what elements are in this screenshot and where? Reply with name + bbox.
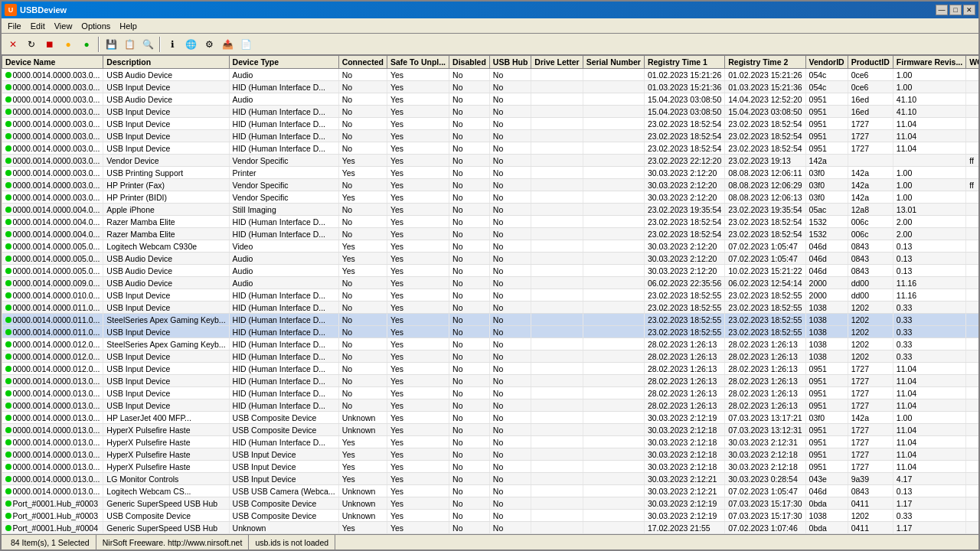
- table-row[interactable]: 0000.0014.0000.013.0...USB Input DeviceH…: [2, 375, 979, 387]
- cell-name: 0000.0014.0000.013.0...: [2, 412, 103, 424]
- table-row[interactable]: 0000.0014.0000.011.0...USB Input DeviceH…: [2, 326, 979, 338]
- cell-name: 0000.0014.0000.003.0...: [2, 118, 103, 130]
- cell-fw: 2.00: [893, 228, 965, 240]
- maximize-button[interactable]: □: [949, 5, 962, 15]
- table-row[interactable]: 0000.0014.0000.012.0...SteelSeries Apex …: [2, 338, 979, 350]
- toolbar-btn-props[interactable]: 📄: [237, 36, 254, 53]
- table-row[interactable]: 0000.0014.0000.009.0...USB Audio DeviceA…: [2, 277, 979, 289]
- minimize-button[interactable]: —: [936, 5, 948, 15]
- table-row[interactable]: 0000.0014.0000.012.0...USB Input DeviceH…: [2, 350, 979, 363]
- toolbar-btn-x[interactable]: ✕: [5, 36, 21, 53]
- col-header-connected[interactable]: Connected: [338, 56, 387, 69]
- menu-view[interactable]: View: [50, 20, 77, 32]
- close-button[interactable]: ✕: [963, 5, 975, 15]
- cell-hub: No: [489, 191, 531, 204]
- table-row[interactable]: 0000.0014.0000.003.0...USB Audio DeviceA…: [2, 93, 979, 106]
- table-row[interactable]: 0000.0014.0000.005.0...Logitech Webcam C…: [2, 240, 979, 253]
- col-header-device-type[interactable]: Device Type: [229, 56, 338, 69]
- table-row[interactable]: 0000.0014.0000.003.0...USB Input DeviceH…: [2, 142, 979, 155]
- menu-file[interactable]: File: [3, 20, 26, 32]
- col-header-productid[interactable]: ProductID: [848, 56, 893, 69]
- col-header-drive-letter[interactable]: Drive Letter: [531, 56, 583, 69]
- table-row[interactable]: 0000.0014.0000.003.0...HP Printer (Fax)V…: [2, 179, 979, 191]
- menu-edit[interactable]: Edit: [26, 20, 50, 32]
- col-header-vendorid[interactable]: VendorID: [805, 56, 848, 69]
- table-row[interactable]: Port_#0001.Hub_#0004Generic SuperSpeed U…: [2, 522, 979, 534]
- col-header-wcid[interactable]: WCID: [966, 56, 978, 69]
- table-row[interactable]: 0000.0014.0000.004.0...Razer Mamba Elite…: [2, 216, 979, 228]
- toolbar-btn-stop[interactable]: ⏹: [41, 36, 58, 53]
- toolbar-btn-web[interactable]: 🌐: [182, 36, 199, 53]
- table-wrapper[interactable]: Device NameDescriptionDevice TypeConnect…: [2, 55, 978, 534]
- col-header-device-name[interactable]: Device Name: [2, 56, 103, 69]
- table-row[interactable]: 0000.0014.0000.005.0...USB Audio DeviceA…: [2, 253, 979, 265]
- table-row[interactable]: 0000.0014.0000.005.0...USB Audio DeviceA…: [2, 265, 979, 277]
- cell-conn: Unknown: [338, 412, 387, 424]
- cell-name: 0000.0014.0000.011.0...: [2, 302, 103, 314]
- table-row[interactable]: 0000.0014.0000.013.0...USB Input DeviceH…: [2, 387, 979, 399]
- toolbar-btn-find[interactable]: 🔍: [139, 36, 156, 53]
- table-row[interactable]: 0000.0014.0000.003.0...USB Input DeviceH…: [2, 81, 979, 93]
- table-row[interactable]: 0000.0014.0000.013.0...LG Monitor Contro…: [2, 473, 979, 485]
- cell-pid: 006c: [848, 228, 893, 240]
- table-row[interactable]: 0000.0014.0000.013.0...HP LaserJet 400 M…: [2, 412, 979, 424]
- toolbar-btn-save[interactable]: 💾: [103, 36, 119, 53]
- table-row[interactable]: 0000.0014.0000.013.0...HyperX Pulsefire …: [2, 436, 979, 448]
- table-row[interactable]: 0000.0014.0000.003.0...USB Printing Supp…: [2, 167, 979, 179]
- table-row[interactable]: 0000.0014.0000.003.0...USB Audio DeviceA…: [2, 69, 979, 81]
- toolbar-btn-settings[interactable]: ⚙: [201, 36, 217, 53]
- cell-sn: [583, 155, 644, 167]
- toolbar-btn-green[interactable]: ●: [78, 36, 95, 53]
- cell-safe: Yes: [387, 534, 449, 535]
- cell-sn: [583, 69, 644, 81]
- toolbar-btn-export[interactable]: 📤: [219, 36, 236, 53]
- col-header-usb-hub[interactable]: USB Hub: [489, 56, 531, 69]
- table-row[interactable]: 0000.0014.0000.013.0...USB Input DeviceH…: [2, 399, 979, 412]
- col-header-description[interactable]: Description: [103, 56, 229, 69]
- cell-pid: 1727: [848, 436, 893, 448]
- col-header-disabled[interactable]: Disabled: [449, 56, 490, 69]
- table-row[interactable]: 0000.0014.0000.011.0...SteelSeries Apex …: [2, 314, 979, 326]
- toolbar-btn-copy[interactable]: 📋: [121, 36, 138, 53]
- table-row[interactable]: 0000.0014.0000.004.0...Razer Mamba Elite…: [2, 228, 979, 240]
- col-header-registry-time-2[interactable]: Registry Time 2: [725, 56, 805, 69]
- cell-rt2: 30.03.2023 2:12:31: [725, 436, 805, 448]
- toolbar-btn-yellow[interactable]: ●: [60, 36, 77, 53]
- table-row[interactable]: 0000.0014.0000.013.0...HyperX Pulsefire …: [2, 448, 979, 461]
- cell-hub: No: [489, 510, 531, 522]
- table-row[interactable]: 0000.0014.0000.013.0...Logitech Webcam C…: [2, 485, 979, 497]
- table-row[interactable]: Port_#0001.Hub_#0003Generic SuperSpeed U…: [2, 497, 979, 510]
- table-row[interactable]: 0000.0014.0000.003.0...Vendor DeviceVend…: [2, 155, 979, 167]
- table-row[interactable]: 0000.0014.0000.011.0...USB Input DeviceH…: [2, 302, 979, 314]
- table-row[interactable]: 0000.0014.0000.003.0...USB Input DeviceH…: [2, 118, 979, 130]
- cell-pid: 1727: [848, 130, 893, 142]
- col-header-registry-time-1[interactable]: Registry Time 1: [644, 56, 724, 69]
- table-row[interactable]: 0000.0014.0000.013.0...HyperX Pulsefire …: [2, 424, 979, 436]
- cell-fw: 11.04: [893, 142, 965, 155]
- menu-help[interactable]: Help: [115, 20, 142, 32]
- table-row[interactable]: 0000.0014.0000.003.0...USB Input DeviceH…: [2, 130, 979, 142]
- toolbar-btn-refresh[interactable]: ↻: [23, 36, 40, 53]
- toolbar-btn-info[interactable]: ℹ: [164, 36, 181, 53]
- table-row[interactable]: Port_#0001.Hub_#0003USB Composite Device…: [2, 510, 979, 522]
- cell-dl: [531, 142, 583, 155]
- cell-dl: [531, 302, 583, 314]
- cell-type: HID (Human Interface D...: [229, 302, 338, 314]
- cell-pid: 1202: [848, 338, 893, 350]
- table-row[interactable]: 0000.0014.0000.012.0...USB Input DeviceH…: [2, 363, 979, 375]
- cell-name: 0000.0014.0000.003.0...: [2, 93, 103, 106]
- table-row[interactable]: 0000.0014.0000.010.0...USB Input DeviceH…: [2, 289, 979, 302]
- cell-wcid: [966, 191, 978, 204]
- table-row[interactable]: 0000.0014.0000.003.0...USB Input DeviceH…: [2, 106, 979, 118]
- cell-name: 0000.0014.0000.012.0...: [2, 350, 103, 363]
- table-row[interactable]: 0000.0014.0000.013.0...HyperX Pulsefire …: [2, 461, 979, 473]
- cell-safe: Yes: [387, 510, 449, 522]
- col-header-firmware-revis---[interactable]: Firmware Revis...: [893, 56, 965, 69]
- table-row[interactable]: 0000.0014.0000.004.0...Apple iPhoneStill…: [2, 204, 979, 216]
- col-header-serial-number[interactable]: Serial Number: [583, 56, 644, 69]
- table-row[interactable]: 0000.0014.0000.003.0...HP Printer (BIDI)…: [2, 191, 979, 204]
- table-row[interactable]: Port_#0001.Hub_#0005StorJet Transcend US…: [2, 534, 979, 535]
- menu-options[interactable]: Options: [77, 20, 115, 32]
- cell-conn: No: [338, 375, 387, 387]
- col-header-safe-to-unpl---[interactable]: Safe To Unpl...: [387, 56, 449, 69]
